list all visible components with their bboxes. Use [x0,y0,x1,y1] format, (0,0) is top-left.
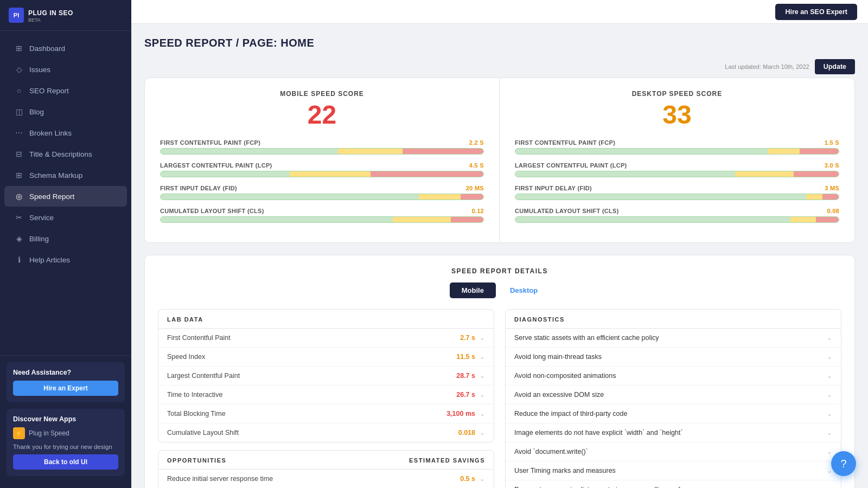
lab-cls-label: Cumulative Layout Shift [167,429,239,436]
main-area: Hire an SEO Expert SPEED REPORT / PAGE: … [131,0,868,488]
desktop-fid-label: FIRST INPUT DELAY (FID) [515,185,592,191]
sidebar-nav: ⊞ Dashboard ◇ Issues ○ SEO Report ◫ Blog… [0,31,131,355]
sidebar-item-broken-links[interactable]: ⋯ Broken Links [4,123,127,143]
desktop-metric-cls: CUMULATED LAYOUT SHIFT (CLS) 0.08 [515,208,839,223]
sidebar-item-label: Help Articles [29,256,70,264]
diag-item-4[interactable]: Reduce the impact of third-party code ⌄ [506,404,841,423]
diag-label-1: Avoid long main-thread tasks [514,353,602,361]
sidebar-item-seo-report[interactable]: ○ SEO Report [4,80,127,101]
diag-chevron-6: ⌄ [827,448,832,455]
topbar: Hire an SEO Expert [131,0,868,24]
mobile-fid-value: 20 ms [466,185,484,191]
seo-report-icon: ○ [14,86,24,95]
opp-item-0: Reduce initial server response time 0.5 … [158,470,494,488]
logo-name: PLUG IN SEO [28,9,73,17]
sidebar-item-label: SEO Report [29,87,69,95]
lab-fcp-chevron[interactable]: ⌄ [480,334,485,342]
logo-text-area: PLUG IN SEO BETA [28,8,73,23]
diag-item-5[interactable]: Image elements do not have explicit `wid… [506,423,841,442]
sidebar-item-issues[interactable]: ◇ Issues [4,59,127,80]
desktop-fid-value: 3 ms [825,185,839,191]
details-grid: LAB DATA First Contentful Paint 2.7 s ⌄ … [158,309,841,488]
diag-item-8[interactable]: Does not use passive listeners to improv… [506,480,841,488]
logo-area: PI PLUG IN SEO BETA [0,0,131,31]
opportunities-header: OPPORTUNITIES ESTIMATED SAVINGS [158,451,494,470]
sidebar-item-title-descriptions[interactable]: ⊟ Title & Descriptions [4,144,127,164]
sidebar-item-service[interactable]: ✂ Service [4,207,127,228]
mobile-lcp-bar [160,171,484,177]
diag-label-3: Avoid an excessive DOM size [514,391,604,399]
mobile-score-card: MOBILE SPEED SCORE 22 FIRST CONTENTFUL P… [145,78,500,242]
sidebar-item-blog[interactable]: ◫ Blog [4,101,127,122]
lab-item-tbt: Total Blocking Time 3,100 ms ⌄ [158,404,494,423]
lab-fcp-label: First Contentful Paint [167,334,231,342]
desktop-cls-bar [515,216,839,223]
sidebar-item-dashboard[interactable]: ⊞ Dashboard [4,38,127,59]
lab-item-cls: Cumulative Layout Shift 0.018 ⌄ [158,423,494,442]
discover-title: Discover New Apps [13,415,118,423]
lab-fcp-value: 2.7 s [460,334,475,342]
details-title: SPEED REPORT DETAILS [158,267,841,275]
chat-button[interactable]: ? [831,451,856,476]
mobile-lcp-label: LARGEST CONTENTFUL PAINT (LCP) [160,162,272,169]
lab-tti-label: Time to Interactive [167,391,222,399]
diag-chevron-4: ⌄ [827,410,832,418]
mobile-metric-cls: CUMULATED LAYOUT SHIFT (CLS) 0.12 [160,208,484,223]
lab-cls-chevron[interactable]: ⌄ [480,429,485,436]
last-updated-text: Last updated: March 10th, 2022 [725,63,809,70]
tab-mobile[interactable]: Mobile [450,282,496,298]
diag-item-0[interactable]: Serve static assets with an efficient ca… [506,329,841,348]
tab-desktop[interactable]: Desktop [498,282,550,298]
desktop-cls-label: CUMULATED LAYOUT SHIFT (CLS) [515,208,619,214]
diag-item-1[interactable]: Avoid long main-thread tasks ⌄ [506,348,841,367]
desktop-fcp-label: FIRST CONTENTFUL PAINT (FCP) [515,139,615,146]
diag-label-8: Does not use passive listeners to improv… [514,486,706,488]
mobile-metric-fcp: FIRST CONTENTFUL PAINT (FCP) 2.2 s [160,139,484,155]
hire-seo-expert-button[interactable]: Hire an SEO Expert [775,4,857,20]
issues-icon: ◇ [14,65,24,74]
mobile-metric-lcp: LARGEST CONTENTFUL PAINT (LCP) 4.5 s [160,162,484,177]
diag-label-2: Avoid non-composited animations [514,372,616,380]
desktop-lcp-value: 3.0 s [825,162,839,169]
details-section: SPEED REPORT DETAILS Mobile Desktop LAB … [144,255,855,488]
diag-item-3[interactable]: Avoid an excessive DOM size ⌄ [506,386,841,404]
sidebar-item-schema-markup[interactable]: ⊞ Schema Markup [4,165,127,185]
left-column: LAB DATA First Contentful Paint 2.7 s ⌄ … [158,309,494,488]
blog-icon: ◫ [14,107,24,117]
diag-item-2[interactable]: Avoid non-composited animations ⌄ [506,367,841,386]
lab-tbt-chevron[interactable]: ⌄ [480,410,485,418]
desktop-fcp-bar [515,148,839,155]
diag-chevron-0: ⌄ [827,334,832,342]
desktop-metric-fcp: FIRST CONTENTFUL PAINT (FCP) 1.5 s [515,139,839,155]
opportunities-title: OPPORTUNITIES [167,457,226,464]
hire-expert-sidebar-button[interactable]: Hire an Expert [13,381,118,396]
desktop-lcp-label: LARGEST CONTENTFUL PAINT (LCP) [515,162,627,169]
sidebar-item-billing[interactable]: ◈ Billing [4,228,127,249]
diag-chevron-1: ⌄ [827,353,832,361]
app-item: ⚡ Plug in Speed [13,427,118,439]
thank-you-text: Thank you for trying our new design [13,444,118,450]
mobile-cls-label: CUMULATED LAYOUT SHIFT (CLS) [160,208,264,214]
lab-lcp-chevron[interactable]: ⌄ [480,372,485,380]
lab-si-value: 11.5 s [456,353,475,361]
assistance-title: Need Assistance? [13,369,118,376]
opp-chevron-0[interactable]: ⌄ [480,475,485,483]
lab-si-chevron[interactable]: ⌄ [480,353,485,361]
sidebar-item-label: Broken Links [29,129,72,137]
sidebar-item-speed-report[interactable]: ◎ Speed Report [4,186,127,207]
diag-label-7: User Timing marks and measures [514,467,616,474]
mobile-score-value: 22 [160,100,484,130]
tab-row: Mobile Desktop [158,282,841,298]
lab-tti-chevron[interactable]: ⌄ [480,391,485,399]
diag-item-7[interactable]: User Timing marks and measures ⌄ [506,461,841,480]
sidebar-item-help-articles[interactable]: ℹ Help Articles [4,249,127,270]
back-to-old-ui-button[interactable]: Back to old UI [13,454,118,470]
lab-tbt-label: Total Blocking Time [167,410,226,418]
desktop-lcp-bar [515,171,839,177]
content-area: SPEED REPORT / PAGE: HOME Last updated: … [131,24,868,488]
sidebar-item-label: Service [29,214,54,222]
update-button[interactable]: Update [815,59,855,74]
service-icon: ✂ [14,213,24,222]
diag-label-5: Image elements do not have explicit `wid… [514,429,683,436]
diag-item-6[interactable]: Avoid `document.write()` ⌄ [506,442,841,461]
